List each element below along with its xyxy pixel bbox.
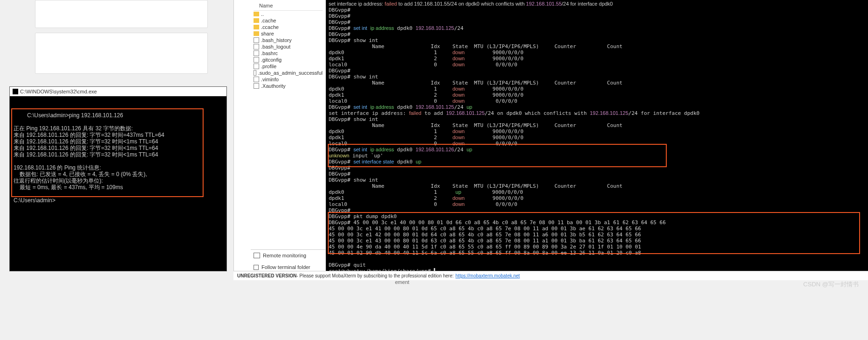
file-icon	[254, 64, 259, 69]
file-row-share[interactable]: share	[254, 30, 323, 37]
follow-terminal-label: Follow terminal folder	[261, 264, 311, 270]
cmd-window: C:\WINDOWS\system32\cmd.exe C:\Users\adm…	[9, 86, 227, 271]
file-icon	[254, 70, 256, 76]
file-row-gitconfig[interactable]: .gitconfig	[254, 57, 323, 63]
file-icon	[254, 37, 259, 43]
file-icon	[254, 44, 259, 50]
folder-icon	[254, 18, 259, 23]
cut-text-fragment: ement	[392, 278, 412, 286]
file-panel: Name ...cache.ccacheshare.bash_history.b…	[233, 0, 326, 276]
file-row-sudoasadminsuccessful[interactable]: .sudo_as_admin_successful	[254, 70, 323, 76]
cmd-title-text: C:\WINDOWS\system32\cmd.exe	[20, 89, 97, 94]
file-icon	[254, 77, 259, 82]
cmd-icon	[13, 89, 18, 94]
file-row-bashlogout[interactable]: .bash_logout	[254, 43, 323, 50]
ssh-terminal[interactable]: set interface ip address: failed to add …	[326, 0, 868, 271]
file-row-bashhistory[interactable]: .bash_history	[254, 37, 323, 43]
file-row-cache[interactable]: .cache	[254, 17, 323, 24]
file-row-profile[interactable]: .profile	[254, 63, 323, 70]
folder-icon	[254, 12, 259, 16]
file-label: .Xauthority	[261, 83, 286, 89]
folder-icon	[254, 31, 259, 36]
file-label: .gitconfig	[261, 57, 282, 63]
remote-monitoring-label: Remote monitoring	[263, 253, 306, 258]
file-label: .viminfo	[261, 77, 279, 82]
file-label: .bash_logout	[261, 44, 290, 50]
file-label: .bashrc	[261, 50, 278, 56]
file-row-viminfo[interactable]: .viminfo	[254, 76, 323, 83]
remote-monitoring-bar[interactable]: Remote monitoring	[251, 249, 325, 261]
file-label: .profile	[261, 64, 276, 69]
status-link[interactable]: https://mobaxterm.mobatek.net	[456, 273, 520, 278]
file-row-ccache[interactable]: .ccache	[254, 24, 323, 30]
follow-checkbox[interactable]	[254, 265, 259, 270]
file-icon	[254, 50, 259, 56]
status-label: UNREGISTERED VERSION	[237, 273, 296, 278]
monitor-icon	[254, 253, 260, 258]
file-row-bashrc[interactable]: .bashrc	[254, 50, 323, 57]
file-label: ..	[261, 11, 264, 17]
file-label: .sudo_as_admin_successful	[258, 70, 323, 76]
status-text: - Please support MobaXterm by subscribin…	[296, 273, 453, 278]
cmd-output[interactable]: C:\Users\admin>ping 192.168.101.126 正在 P…	[10, 96, 226, 213]
file-label: .bash_history	[261, 37, 291, 43]
file-list-header[interactable]: Name	[254, 2, 323, 11]
csdn-watermark: CSDN @写一封情书	[803, 280, 859, 289]
cmd-titlebar[interactable]: C:\WINDOWS\system32\cmd.exe	[10, 87, 226, 96]
file-label: share	[261, 31, 274, 36]
file-label: .ccache	[261, 24, 279, 30]
file-icon	[254, 83, 259, 89]
follow-terminal-row[interactable]: Follow terminal folder	[251, 262, 325, 272]
snippet-card-empty-1	[35, 0, 208, 28]
file-label: .cache	[261, 18, 276, 23]
file-row-[interactable]: ..	[254, 11, 323, 17]
file-icon	[254, 57, 259, 63]
snippet-card-empty-2	[35, 33, 208, 74]
cmd-highlight-box	[11, 108, 204, 197]
file-row-Xauthority[interactable]: .Xauthority	[254, 83, 323, 89]
folder-icon	[254, 25, 259, 29]
status-bar: UNREGISTERED VERSION - Please support Mo…	[233, 271, 868, 280]
